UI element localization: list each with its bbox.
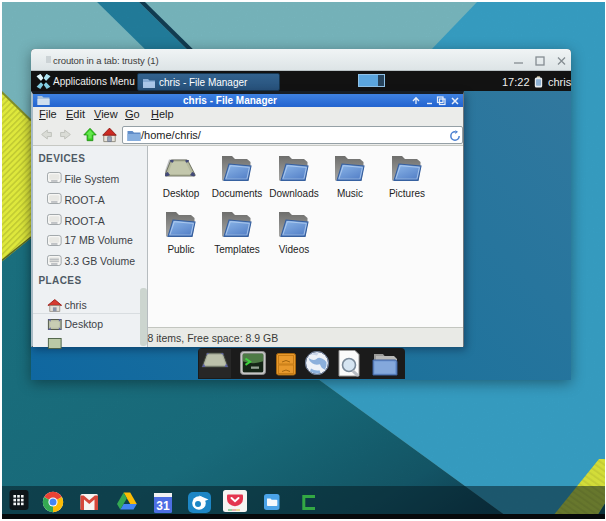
svg-text:31: 31 (156, 499, 170, 513)
